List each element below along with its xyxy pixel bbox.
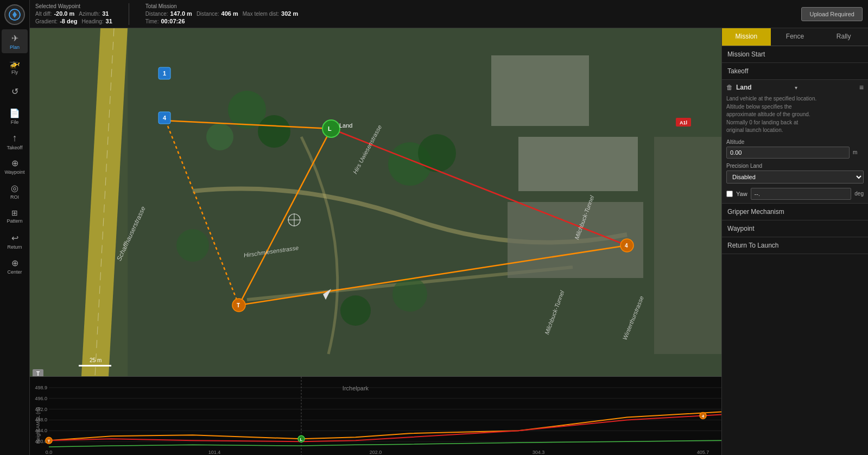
sidebar-roi-label: ROI [10, 194, 19, 200]
land-menu-icon[interactable]: ≡ [859, 83, 864, 92]
sidebar-item-waypoint[interactable]: ⊕ Waypoint [2, 154, 28, 178]
elevation-svg: Height AMSL (m) 498.9 496.0 492.0 488.0 … [30, 377, 721, 455]
mission-start-label: Mission Start [727, 50, 765, 58]
land-title: Land [736, 84, 791, 91]
time-label: Time: [145, 18, 159, 24]
sidebar-item-plan[interactable]: ✈ Plan [2, 29, 28, 53]
land-description: Land vehicle at the specified location. … [726, 95, 864, 135]
refresh-icon: ↺ [11, 86, 18, 97]
panel-return-to-launch[interactable]: Return To Launch [722, 237, 868, 254]
precision-land-row: Disabled Opportunistic Required [726, 170, 864, 184]
topbar: Selected Waypoint Alt diff: -20.0 m Azim… [30, 0, 868, 28]
selected-waypoint-label: Selected Waypoint [35, 3, 112, 9]
heading-value: 31 [106, 18, 112, 24]
svg-text:T: T [237, 302, 240, 308]
sidebar-item-refresh[interactable]: ↺ [2, 79, 28, 103]
max-telem-value: 302 m [281, 10, 298, 17]
svg-rect-48 [79, 365, 111, 366]
svg-text:T: T [36, 371, 40, 376]
svg-text:L: L [300, 437, 303, 442]
svg-text:496.0: 496.0 [35, 396, 48, 401]
altitude-unit: m [853, 149, 864, 155]
panel-waypoint-item[interactable]: Waypoint [722, 220, 868, 237]
svg-text:304.3: 304.3 [533, 450, 545, 455]
land-header: 🗑 Land ▾ ≡ [726, 83, 864, 92]
sidebar-item-roi[interactable]: ◎ ROI [2, 179, 28, 203]
sidebar-pattern-label: Pattern [7, 218, 22, 224]
sidebar-item-pattern[interactable]: ⊞ Pattern [2, 204, 28, 228]
panel-mission-start[interactable]: Mission Start [722, 46, 868, 63]
svg-text:488.0: 488.0 [35, 417, 48, 422]
sidebar-file-label: File [11, 119, 19, 125]
svg-text:Land: Land [339, 122, 352, 129]
return-icon: ↩ [11, 233, 18, 243]
center-icon: ⊕ [11, 258, 18, 268]
svg-text:4: 4 [702, 414, 705, 419]
land-dropdown-icon[interactable]: ▾ [795, 85, 797, 91]
svg-text:L: L [328, 125, 332, 132]
sidebar-item-takeoff[interactable]: ↑ Takeoff [2, 129, 28, 153]
sidebar-item-file[interactable]: 📄 File [2, 104, 28, 128]
land-trash-icon: 🗑 [726, 84, 733, 91]
time-value: 00:07:26 [161, 18, 185, 24]
sidebar: ✈ Plan 🚁 Fly ↺ 📄 File ↑ Takeoff ⊕ Waypoi… [0, 0, 30, 455]
takeoff-icon: ↑ [12, 132, 17, 144]
heading-label: Heading: [82, 18, 104, 24]
sidebar-return-label: Return [7, 244, 22, 250]
app-logo[interactable] [4, 4, 25, 25]
svg-text:492.0: 492.0 [35, 407, 48, 412]
svg-rect-6 [518, 137, 638, 191]
azimuth-value: 31 [102, 10, 109, 17]
svg-text:0.0: 0.0 [46, 450, 53, 455]
svg-point-16 [392, 277, 427, 312]
distance2-value: 406 m [221, 10, 238, 17]
panel-tabs: Mission Fence Rally [722, 28, 868, 46]
tab-fence[interactable]: Fence [771, 28, 820, 46]
alt-diff-value: -20.0 m [54, 10, 74, 17]
sidebar-item-center[interactable]: ⊕ Center [2, 254, 28, 278]
svg-text:498.9: 498.9 [35, 385, 48, 390]
sidebar-center-label: Center [7, 269, 22, 275]
svg-text:T: T [48, 439, 50, 444]
total-mission-label: Total Mission [145, 3, 298, 9]
right-panel: Mission Fence Rally Mission Start Takeof… [721, 28, 868, 455]
tab-rally[interactable]: Rally [819, 28, 868, 46]
waypoint-item-label: Waypoint [727, 225, 755, 232]
gradient-value: -8 deg [60, 18, 77, 24]
svg-point-15 [340, 295, 371, 326]
distance-value: 147.0 m [170, 10, 192, 17]
svg-text:202.0: 202.0 [370, 450, 382, 455]
sidebar-takeoff-label: Takeoff [7, 145, 23, 150]
sidebar-item-fly[interactable]: 🚁 Fly [2, 54, 28, 78]
svg-text:1: 1 [163, 70, 166, 77]
precision-land-label: Precision Land [726, 163, 864, 169]
upload-button[interactable]: Upload Required [801, 7, 863, 21]
yaw-checkbox[interactable] [726, 191, 733, 197]
svg-text:4: 4 [163, 115, 167, 121]
return-to-launch-label: Return To Launch [727, 242, 779, 249]
map-area[interactable]: 1 4 L Land T 4 A1l A1l Schaffhauserstras… [30, 28, 721, 376]
svg-text:Irchelpark: Irchelpark [343, 385, 369, 391]
waypoint-icon: ⊕ [11, 158, 18, 168]
svg-point-14 [176, 229, 209, 262]
svg-point-13 [418, 134, 456, 172]
tab-mission[interactable]: Mission [722, 28, 771, 46]
roi-icon: ◎ [11, 183, 18, 193]
yaw-input[interactable] [751, 188, 852, 200]
svg-text:4: 4 [625, 243, 628, 249]
svg-point-11 [206, 123, 233, 150]
sidebar-plan-label: Plan [10, 45, 20, 50]
yaw-label: Yaw [736, 191, 747, 197]
azimuth-label: Azimuth: [79, 11, 100, 17]
gripper-label: Gripper Mechanism [727, 208, 784, 216]
altitude-input[interactable] [726, 147, 850, 159]
max-telem-label: Max telem dist: [243, 11, 279, 17]
panel-takeoff[interactable]: Takeoff [722, 63, 868, 80]
alt-diff-label: Alt diff: [35, 11, 52, 17]
svg-rect-5 [491, 55, 589, 126]
svg-text:484.0: 484.0 [35, 428, 48, 433]
precision-land-select[interactable]: Disabled Opportunistic Required [726, 170, 864, 184]
panel-gripper[interactable]: Gripper Mechanism [722, 204, 868, 220]
sidebar-item-return[interactable]: ↩ Return [2, 229, 28, 253]
sidebar-waypoint-label: Waypoint [4, 169, 24, 175]
